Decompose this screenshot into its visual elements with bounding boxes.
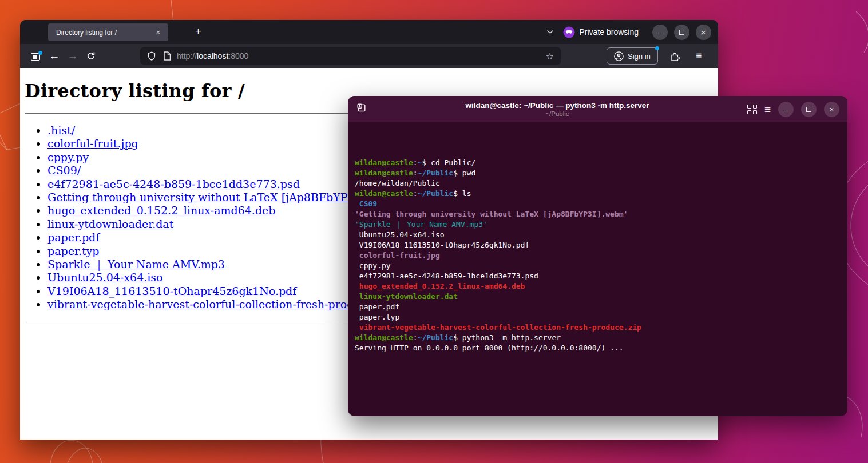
reload-button[interactable]: [82, 47, 100, 65]
file-link[interactable]: e4f72981-ae5c-4248-b859-1bce1dd3e773.psd: [47, 178, 300, 190]
terminal-line: 'Sparkle ｜ Your Name AMV.mp3': [355, 219, 841, 230]
private-browsing-label: Private browsing: [580, 27, 639, 37]
file-link[interactable]: paper.pdf: [47, 231, 100, 244]
browser-minimize-button[interactable]: –: [652, 25, 668, 40]
url-host: localhost: [197, 51, 228, 61]
file-link[interactable]: paper.typ: [47, 245, 99, 257]
bookmark-star-icon[interactable]: ☆: [546, 51, 554, 62]
tab-overview-button[interactable]: [747, 105, 757, 114]
file-link[interactable]: CS09/: [47, 164, 81, 177]
tab-directory-listing[interactable]: Directory listing for / ×: [48, 23, 168, 41]
file-link[interactable]: vibrant-vegetable-harvest-colorful-colle…: [47, 298, 393, 310]
puzzle-icon: [670, 51, 680, 61]
terminal-line: wildan@castle:~/Public$ ls: [355, 189, 841, 199]
back-button[interactable]: ←: [45, 47, 64, 65]
url-port: :8000: [228, 51, 248, 61]
browser-window-controls: – ×: [652, 25, 711, 40]
url-bar[interactable]: http://localhost:8000 ☆: [140, 47, 561, 65]
desktop: Directory listing for / × + Private brow…: [0, 0, 868, 463]
tabbar-right-cluster: Private browsing – ×: [546, 20, 712, 44]
private-mask-icon: [563, 26, 575, 38]
terminal-output[interactable]: wildan@castle:~$ cd Public/wildan@castle…: [348, 122, 847, 358]
page-info-icon[interactable]: [163, 51, 171, 61]
firefox-view-button[interactable]: [27, 47, 45, 65]
notification-dot: [38, 51, 42, 55]
terminal-line: e4f72981-ae5c-4248-b859-1bce1dd3e773.psd: [355, 271, 841, 281]
sign-in-label: Sign in: [628, 52, 651, 61]
maximize-square-icon: [679, 30, 684, 35]
url-scheme: http://: [177, 51, 197, 61]
terminal-line: hugo_extended_0.152.2_linux-amd64.deb: [355, 281, 841, 292]
extensions-button[interactable]: [666, 47, 684, 65]
terminal-title: wildan@castle: ~/Public — python3 -m htt…: [367, 101, 747, 110]
terminal-line: Serving HTTP on 0.0.0.0 port 8000 (http:…: [355, 343, 841, 353]
firefox-view-icon: [31, 52, 41, 61]
shield-icon[interactable]: [147, 51, 156, 61]
file-link[interactable]: linux-ytdownloader.dat: [47, 218, 173, 230]
terminal-line: vibrant-vegetable-harvest-colorful-colle…: [355, 322, 841, 333]
terminal-maximize-button[interactable]: [801, 102, 817, 117]
terminal-line: linux-ytdownloader.dat: [355, 292, 841, 302]
terminal-line: Ubuntu25.04-x64.iso: [355, 230, 841, 240]
file-link[interactable]: hugo_extended_0.152.2_linux-amd64.deb: [47, 204, 275, 217]
app-menu-button[interactable]: ≡: [690, 47, 708, 65]
account-icon: [614, 51, 624, 61]
browser-close-button[interactable]: ×: [696, 25, 711, 40]
terminal-line: wildan@castle:~/Public$ pwd: [355, 168, 841, 178]
terminal-close-button[interactable]: ×: [824, 102, 839, 117]
browser-toolbar: ← → http://localhost:8000 ☆: [20, 44, 718, 68]
maximize-square-icon: [806, 107, 811, 112]
terminal-line: /home/wildan/Public: [355, 178, 841, 189]
terminal-header[interactable]: wildan@castle: ~/Public — python3 -m htt…: [348, 96, 847, 122]
terminal-subtitle: ~/Public: [367, 110, 747, 117]
new-tab-button[interactable]: +: [195, 25, 201, 38]
terminal-line: CS09: [355, 199, 841, 209]
tab-title: Directory listing for /: [56, 29, 153, 37]
terminal-line: colorful-fruit.jpg: [355, 250, 841, 261]
terminal-titlebar-text: wildan@castle: ~/Public — python3 -m htt…: [367, 101, 747, 117]
tab-close-icon[interactable]: ×: [153, 27, 162, 38]
browser-maximize-button[interactable]: [674, 25, 689, 40]
terminal-line: paper.pdf: [355, 302, 841, 312]
terminal-line: cppy.py: [355, 261, 841, 271]
terminal-menu-button[interactable]: ≡: [764, 104, 771, 115]
file-link[interactable]: Sparkle ｜ Your Name AMV.mp3: [47, 258, 225, 270]
terminal-line: paper.typ: [355, 312, 841, 322]
forward-button[interactable]: →: [64, 47, 82, 65]
file-link[interactable]: Getting through university without LaTeX…: [47, 191, 399, 203]
file-link[interactable]: cppy.py: [47, 151, 89, 163]
terminal-line: wildan@castle:~$ cd Public/: [355, 158, 841, 168]
terminal-line: wildan@castle:~/Public$ python3 -m http.…: [355, 333, 841, 343]
signin-notification-dot: [655, 46, 659, 50]
terminal-new-tab-button[interactable]: [356, 102, 367, 116]
file-link[interactable]: .hist/: [47, 124, 75, 137]
file-link[interactable]: colorful-fruit.jpg: [47, 137, 138, 150]
sign-in-button[interactable]: Sign in: [607, 47, 658, 65]
file-link[interactable]: Ubuntu25.04-x64.iso: [47, 271, 163, 284]
reload-icon: [86, 51, 96, 61]
terminal-minimize-button[interactable]: –: [778, 102, 794, 117]
terminal-window: wildan@castle: ~/Public — python3 -m htt…: [348, 96, 847, 416]
new-tab-icon: [356, 102, 367, 114]
file-link[interactable]: V19I06A18_11613510-tOhapr45z6gk1No.pdf: [47, 285, 296, 297]
terminal-line: V19I06A18_11613510-tOhapr45z6gk1No.pdf: [355, 240, 841, 250]
list-tabs-chevron-icon[interactable]: [546, 30, 554, 34]
browser-tab-bar: Directory listing for / × + Private brow…: [20, 20, 718, 44]
terminal-line: 'Getting through university without LaTe…: [355, 209, 841, 219]
url-text[interactable]: http://localhost:8000: [177, 51, 248, 61]
private-browsing-badge: Private browsing: [563, 26, 639, 38]
